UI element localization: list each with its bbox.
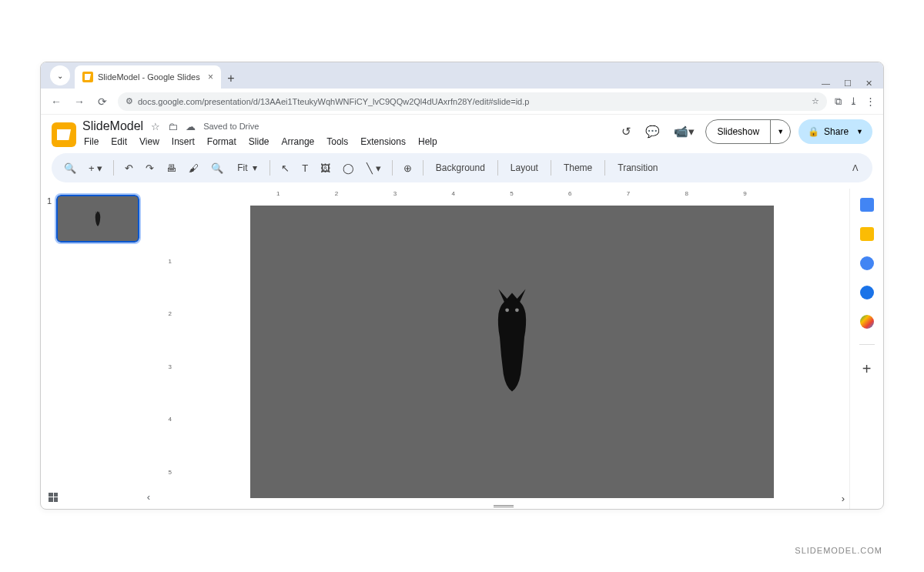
background-button[interactable]: Background [430,159,491,176]
share-dropdown[interactable]: ▼ [856,128,863,135]
menu-file[interactable]: File [82,135,100,149]
keep-icon[interactable] [860,227,874,241]
side-panel: + [849,189,883,509]
site-info-icon[interactable]: ⚙ [126,96,133,106]
canvas-area: 1 2 3 4 5 6 7 8 9 1 2 3 4 5 [158,189,849,509]
meet-icon[interactable]: 📹▾ [671,122,698,142]
image-tool[interactable]: 🖼 [316,159,335,177]
svg-point-1 [515,308,519,312]
select-tool[interactable]: ↖ [276,159,294,177]
menu-format[interactable]: Format [206,135,238,149]
prev-slide-icon[interactable]: ‹ [147,491,150,503]
svg-point-0 [505,308,509,312]
shape-tool[interactable]: ◯ [338,159,359,177]
workspace: 1 ‹ 1 2 3 4 5 6 7 8 [41,189,883,509]
thumbnail-item[interactable]: 1 [47,195,152,243]
menu-edit[interactable]: Edit [109,135,129,149]
save-status: Saved to Drive [203,122,259,131]
cat-image[interactable] [481,286,543,394]
text-box-tool[interactable]: T [297,159,313,177]
url-text: docs.google.com/presentation/d/13AAei1Tt… [138,97,529,106]
thumbnail-panel: 1 ‹ [41,189,158,509]
zoom-tool-icon[interactable]: 🔍 [206,159,228,177]
toolbar: 🔍 + ▾ ↶ ↷ 🖶 🖌 🔍 Fit ▾ ↖ T 🖼 ◯ ╲ ▾ ⊕ Back… [52,153,872,182]
tab-title: SlideModel - Google Slides [98,72,200,82]
slide-thumbnail[interactable] [56,195,139,243]
browser-menu-icon[interactable]: ⋮ [865,95,875,107]
horizontal-ruler[interactable]: 1 2 3 4 5 6 7 8 9 [181,189,829,202]
next-slide-icon[interactable]: › [842,493,845,504]
new-slide-button[interactable]: + ▾ [84,159,107,177]
new-tab-button[interactable]: + [221,69,241,89]
cloud-icon[interactable]: ☁ [186,121,196,132]
forward-button[interactable]: → [72,95,87,108]
minimize-button[interactable]: — [822,79,830,89]
undo-button[interactable]: ↶ [120,159,138,177]
slideshow-dropdown[interactable]: ▼ [771,128,790,135]
search-menus-icon[interactable]: 🔍 [59,159,81,177]
transition-button[interactable]: Transition [611,159,664,176]
slides-favicon [82,72,93,82]
window-controls: — ☐ ✕ [822,79,883,89]
menu-tools[interactable]: Tools [325,135,350,149]
extensions-icon[interactable]: ⧉ [835,95,842,108]
tasks-icon[interactable] [860,256,874,270]
print-button[interactable]: 🖶 [162,159,181,177]
app-header: SlideModel ☆ 🗀 ☁ Saved to Drive File Edi… [41,115,883,149]
zoom-level[interactable]: Fit ▾ [231,159,263,176]
vertical-ruler[interactable]: 1 2 3 4 5 [158,202,181,495]
document-title[interactable]: SlideModel [82,119,143,133]
menu-insert[interactable]: Insert [170,135,196,149]
search-tabs-button[interactable]: ⌄ [50,65,70,85]
menu-help[interactable]: Help [417,135,439,149]
calendar-icon[interactable] [860,198,874,212]
close-window-button[interactable]: ✕ [865,79,872,89]
theme-button[interactable]: Theme [557,159,598,176]
slide-canvas[interactable] [250,206,774,498]
menu-arrange[interactable]: Arrange [280,135,316,149]
move-icon[interactable]: 🗀 [168,121,178,132]
browser-window: ⌄ SlideModel - Google Slides × + — ☐ ✕ ←… [40,62,884,510]
slideshow-main[interactable]: Slideshow [706,120,771,143]
menu-view[interactable]: View [138,135,161,149]
url-input[interactable]: ⚙ docs.google.com/presentation/d/13AAei1… [118,92,827,111]
close-tab-icon[interactable]: × [208,72,213,82]
maximize-button[interactable]: ☐ [844,79,852,89]
tab-strip: ⌄ SlideModel - Google Slides × + — ☐ ✕ [41,62,883,89]
downloads-icon[interactable]: ⤓ [849,95,858,107]
menu-extensions[interactable]: Extensions [359,135,407,149]
browser-tab[interactable]: SlideModel - Google Slides × [75,65,221,89]
share-button[interactable]: 🔒 Share ▼ [798,119,872,144]
paint-format-button[interactable]: 🖌 [184,159,203,177]
bookmark-star-icon[interactable]: ☆ [812,96,819,106]
address-bar: ← → ⟳ ⚙ docs.google.com/presentation/d/1… [41,89,883,115]
menu-slide[interactable]: Slide [247,135,271,149]
add-on-icon[interactable]: + [862,360,872,378]
reload-button[interactable]: ⟳ [95,95,110,108]
slide-number: 1 [47,195,52,243]
speaker-notes-handle[interactable] [494,505,514,507]
slides-logo-icon[interactable] [52,122,76,147]
slideshow-button: Slideshow ▼ [705,119,791,144]
back-button[interactable]: ← [49,95,64,108]
grid-view-icon[interactable] [49,493,58,502]
redo-button[interactable]: ↷ [141,159,159,177]
line-tool[interactable]: ╲ ▾ [362,159,386,177]
menu-bar: File Edit View Insert Format Slide Arran… [82,135,439,149]
contacts-icon[interactable] [860,286,874,299]
comment-tool[interactable]: ⊕ [399,159,417,177]
share-label: Share [824,126,849,137]
layout-button[interactable]: Layout [504,159,544,176]
maps-icon[interactable] [860,315,874,329]
lock-icon: 🔒 [808,126,819,137]
collapse-toolbar-icon[interactable]: ᐱ [846,160,865,176]
star-icon[interactable]: ☆ [151,121,160,132]
history-icon[interactable]: ↺ [618,122,634,142]
comments-icon[interactable]: 💬 [642,122,663,142]
watermark: SLIDEMODEL.COM [795,546,882,555]
